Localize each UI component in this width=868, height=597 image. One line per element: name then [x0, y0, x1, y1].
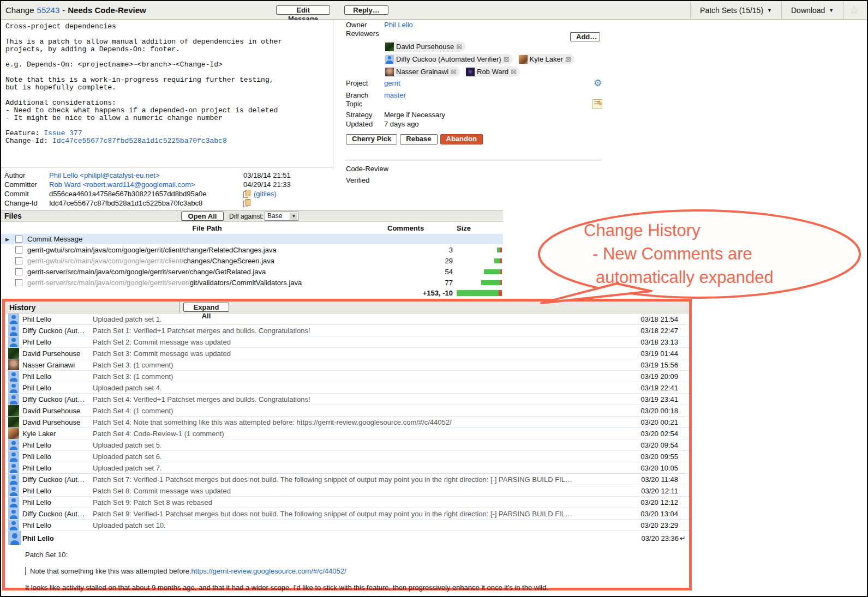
- file-path-prefix: gerrit-server/src/main/java/com/google/g…: [27, 279, 190, 287]
- project-row: Project gerrit: [346, 79, 400, 87]
- removed-bar: [499, 290, 502, 296]
- reviewer-chip[interactable]: Nasser Grainawi ⊠: [384, 67, 460, 77]
- commit-label: Commit: [4, 190, 49, 198]
- history-row[interactable]: Diffy Cuckoo (Aut… Patch Set 9: Verified…: [5, 508, 689, 520]
- cherry-pick-button[interactable]: Cherry Pick: [346, 134, 397, 144]
- history-row[interactable]: David Pursehouse Patch Set 3: Commit mes…: [5, 348, 689, 359]
- copy-icon[interactable]: [243, 199, 251, 207]
- file-checkbox[interactable]: [15, 268, 22, 275]
- avatar-cell: [8, 451, 22, 462]
- history-row-expanded[interactable]: Phil Lello 03/20 23:36 ↵: [5, 531, 689, 545]
- history-row[interactable]: Phil Lello Patch Set 2: Commit message w…: [5, 336, 689, 348]
- gear-icon[interactable]: ⚙: [594, 77, 602, 89]
- file-checkbox[interactable]: [15, 236, 22, 243]
- open-all-button[interactable]: Open All: [181, 212, 224, 221]
- remove-reviewer-icon[interactable]: ⊠: [511, 68, 517, 76]
- file-checkbox[interactable]: [15, 246, 22, 254]
- file-path-link[interactable]: gerrit-server/src/main/java/com/google/g…: [27, 279, 387, 287]
- expanded-comment-body: Patch Set 10: Note that something like t…: [5, 545, 689, 592]
- download-menu[interactable]: Download ▼: [781, 1, 843, 19]
- project-link[interactable]: gerrit: [384, 79, 400, 87]
- reviewer-chip[interactable]: Kyle Laker ⊠: [518, 54, 574, 64]
- commit-message-row[interactable]: ▶ Commit Message: [1, 234, 503, 244]
- edit-topic-icon[interactable]: [592, 99, 602, 109]
- reply-button[interactable]: Reply…: [344, 5, 388, 15]
- change-id-link[interactable]: Idc47ce55677c87fbd528a1d1c5225ba70fc3abc…: [52, 137, 227, 145]
- reviewer-chip[interactable]: Diffy Cuckoo (Automated Verifier) ⊠: [384, 54, 513, 64]
- history-row[interactable]: Nasser Grainawi Patch Set 3: (1 comment)…: [5, 359, 689, 371]
- chevron-down-icon: ▼: [767, 8, 772, 13]
- diff-against-select[interactable]: Base ▼: [265, 212, 298, 221]
- history-row[interactable]: Phil Lello Patch Set 9: Patch Set 8 was …: [5, 497, 689, 508]
- owner-link[interactable]: Phil Lello: [384, 21, 413, 29]
- change-id-meta-label: Change-Id: [4, 199, 49, 207]
- history-row[interactable]: Phil Lello Patch Set 8: Commit message w…: [5, 485, 689, 497]
- history-row[interactable]: Diffy Cuckoo (Aut… Patch Set 7: Verified…: [5, 474, 689, 485]
- history-row[interactable]: Phil Lello Patch Set 3: (1 comment) 03/1…: [5, 371, 689, 382]
- copy-icon[interactable]: [243, 190, 251, 198]
- history-row[interactable]: Phil Lello Uploaded patch set 1. 03/18 2…: [5, 313, 689, 325]
- abandon-button[interactable]: Abandon: [440, 134, 483, 144]
- rebase-button[interactable]: Rebase: [400, 134, 437, 144]
- history-row[interactable]: Phil Lello Uploaded patch set 6. 03/20 0…: [5, 451, 689, 462]
- star-icon[interactable]: ☆: [843, 1, 865, 19]
- history-message: Uploaded patch set 10.: [93, 521, 635, 529]
- history-author: David Pursehouse: [22, 349, 91, 358]
- user-avatar: [8, 405, 19, 416]
- history-message: Uploaded patch set 1.: [93, 315, 635, 323]
- reviewer-chip[interactable]: Rob Ward ⊠: [465, 67, 520, 77]
- file-path-link[interactable]: gerrit-server/src/main/java/com/google/g…: [27, 268, 387, 276]
- change-number-link[interactable]: 55243: [37, 5, 60, 15]
- file-checkbox[interactable]: [15, 279, 22, 286]
- history-row[interactable]: Diffy Cuckoo (Aut… Patch Set 4: Verified…: [5, 394, 689, 405]
- expand-all-button[interactable]: Expand All: [183, 303, 229, 312]
- branch-link[interactable]: master: [384, 91, 406, 99]
- reviewer-name: Diffy Cuckoo (Automated Verifier): [396, 55, 501, 63]
- remove-reviewer-icon[interactable]: ⊠: [565, 55, 571, 63]
- callout-annotation: Change History - New Comments are automa…: [584, 219, 774, 289]
- avatar-cell: [8, 485, 22, 496]
- file-path-link[interactable]: gerrit-gwtui/src/main/java/com/google/ge…: [27, 246, 387, 254]
- author-date: 03/18/14 21:51: [243, 171, 333, 179]
- remove-reviewer-icon[interactable]: ⊠: [451, 68, 457, 76]
- patch-sets-menu[interactable]: Patch Sets (15/15) ▼: [690, 1, 781, 19]
- avatar-cell: [8, 371, 22, 382]
- history-row[interactable]: Diffy Cuckoo (Aut… Patch Set 1: Verified…: [5, 325, 689, 336]
- expand-arrow-icon[interactable]: ▶: [5, 237, 15, 242]
- history-author: Phil Lello: [22, 384, 91, 392]
- change-info-panel: Owner Phil Lello Reviewers Add… David Pu…: [345, 20, 606, 200]
- history-row[interactable]: Phil Lello Uploaded patch set 4. 03/19 2…: [5, 382, 689, 394]
- history-row[interactable]: Phil Lello Uploaded patch set 10. 03/20 …: [5, 520, 689, 531]
- history-message: Patch Set 2: Commit message was updated: [93, 338, 635, 346]
- committer-link[interactable]: Rob Ward <robert.ward114@googlemail.com>: [49, 180, 243, 189]
- file-checkbox[interactable]: [15, 257, 22, 264]
- history-timestamp: 03/20 00:18: [640, 407, 678, 415]
- author-link[interactable]: Phil Lello <philipl@catalyst-eu.net>: [49, 171, 243, 179]
- history-author: Phil Lello: [22, 315, 91, 323]
- file-path-link[interactable]: gerrit-gwtui/src/main/java/com/google/ge…: [27, 257, 387, 265]
- branch-row: Branch master: [346, 91, 406, 99]
- remove-reviewer-icon[interactable]: ⊠: [456, 43, 462, 51]
- remove-reviewer-icon[interactable]: ⊠: [504, 55, 510, 63]
- quote-link[interactable]: https://gerrit-review.googlesource.com/#…: [191, 567, 346, 575]
- history-row[interactable]: Phil Lello Uploaded patch set 7. 03/20 1…: [5, 462, 689, 474]
- history-row[interactable]: David Pursehouse Patch Set 4: (1 comment…: [5, 405, 689, 417]
- total-size-bar: [453, 290, 503, 296]
- reviewer-chip[interactable]: David Pursehouse ⊠: [384, 41, 465, 52]
- history-author: Diffy Cuckoo (Aut…: [22, 327, 91, 335]
- owner-label: Owner: [346, 21, 384, 29]
- history-row[interactable]: David Pursehouse Patch Set 4: Note that …: [5, 417, 689, 428]
- history-row[interactable]: Kyle Laker Patch Set 4: Code-Review-1 (1…: [5, 428, 689, 439]
- history-message: Patch Set 1: Verified+1 Patchset merges …: [93, 327, 635, 335]
- history-timestamp: 03/19 15:56: [640, 361, 678, 369]
- history-row[interactable]: Phil Lello Uploaded patch set 5. 03/20 0…: [5, 439, 689, 451]
- file-path-name: gerrit-gwtui/src/main/java/com/google/ge…: [27, 246, 277, 254]
- user-avatar: [8, 462, 19, 473]
- add-reviewer-button[interactable]: Add…: [570, 32, 600, 41]
- feature-issue-link[interactable]: Issue 377: [44, 129, 82, 137]
- edit-message-button[interactable]: Edit Message: [276, 5, 330, 15]
- gitiles-link[interactable]: (gitiles): [254, 190, 277, 198]
- size-bar: [453, 248, 503, 252]
- author-label: Author: [4, 171, 49, 179]
- change-id-label: Change-Id:: [5, 137, 52, 145]
